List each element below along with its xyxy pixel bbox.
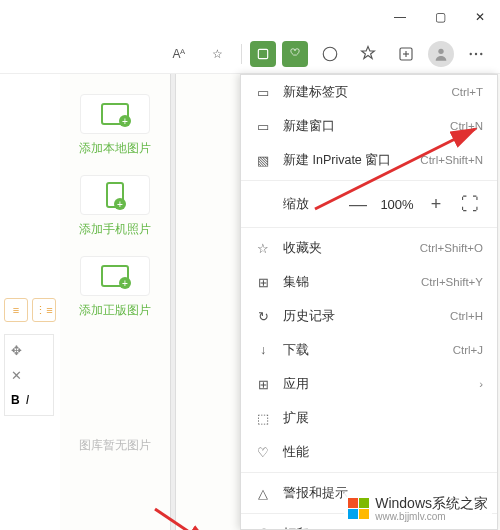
menu-shortcut: Ctrl+H: [450, 310, 483, 322]
upload-stock-image[interactable]: 添加正版图片: [79, 256, 151, 319]
window-titlebar: — ▢ ✕: [0, 0, 500, 34]
watermark-suffix: 系统之家: [432, 495, 488, 511]
zoom-in-button[interactable]: +: [423, 191, 449, 217]
watermark-brand: Windows: [375, 495, 432, 511]
menu-shortcut: Ctrl+Shift+Y: [421, 276, 483, 288]
menu-item-11[interactable]: ⬚扩展: [241, 401, 497, 435]
upload-phone-image[interactable]: 添加手机照片: [79, 175, 151, 238]
performance-icon: ♡: [255, 444, 271, 460]
window-minimize-button[interactable]: —: [380, 0, 420, 34]
ellipsis-icon: [467, 45, 485, 63]
upload-stock-icon: [80, 256, 150, 296]
list-numbered-button[interactable]: ⋮≡: [32, 298, 56, 322]
profile-avatar[interactable]: [428, 41, 454, 67]
star-plus-icon: [359, 45, 377, 63]
more-menu-button[interactable]: [460, 38, 492, 70]
window-close-button[interactable]: ✕: [460, 0, 500, 34]
menu-shortcut: Ctrl+Shift+N: [420, 154, 483, 166]
left-tool-column: ≡ ⋮≡ ✥ ✕ B I: [0, 74, 60, 530]
svg-point-5: [438, 48, 443, 53]
edit-canvas-tools: ✥ ✕ B I: [4, 334, 54, 416]
vertical-divider: [170, 74, 176, 530]
menu-separator: [241, 227, 497, 228]
menu-shortcut: Ctrl+Shift+O: [420, 242, 483, 254]
window-maximize-button[interactable]: ▢: [420, 0, 460, 34]
collections-toolbar-button[interactable]: [390, 38, 422, 70]
menu-shortcut: Ctrl+T: [451, 86, 483, 98]
reading-view-button[interactable]: Aᴬ: [163, 38, 195, 70]
menu-label: 打印: [283, 526, 439, 531]
menu-label: 新建标签页: [283, 84, 439, 101]
zoom-value: 100%: [379, 197, 415, 212]
menu-item-10[interactable]: ⊞应用›: [241, 367, 497, 401]
menu-label: 集锦: [283, 274, 409, 291]
extension-badge-2[interactable]: [282, 41, 308, 67]
favorites-icon: ☆: [255, 240, 271, 256]
fullscreen-button[interactable]: ⛶: [457, 191, 483, 217]
upload-local-label: 添加本地图片: [79, 140, 151, 157]
page-content: ≡ ⋮≡ ✥ ✕ B I 添加本地图片 添加手机照片 添加正版图片 图库暂无图片: [0, 74, 500, 530]
extensions-icon: ⬚: [255, 410, 271, 426]
menu-item-9[interactable]: ↓下载Ctrl+J: [241, 333, 497, 367]
puzzle-icon: [321, 45, 339, 63]
extension-badge-1[interactable]: [250, 41, 276, 67]
menu-separator: [241, 472, 497, 473]
italic-tool[interactable]: I: [26, 393, 29, 407]
menu-label: 应用: [283, 376, 467, 393]
upload-stock-label: 添加正版图片: [79, 302, 151, 319]
svg-point-8: [480, 52, 482, 54]
upload-phone-label: 添加手机照片: [79, 221, 151, 238]
menu-item-0[interactable]: ▭新建标签页Ctrl+T: [241, 75, 497, 109]
svg-point-6: [470, 52, 472, 54]
zoom-row: 缩放—100%+⛶: [241, 184, 497, 224]
upload-phone-icon: [80, 175, 150, 215]
menu-shortcut: ›: [479, 378, 483, 390]
collections-icon: [397, 45, 415, 63]
collections-icon: ⊞: [255, 274, 271, 290]
gallery-empty-text: 图库暂无图片: [79, 437, 151, 454]
menu-item-7[interactable]: ⊞集锦Ctrl+Shift+Y: [241, 265, 497, 299]
menu-label: 下载: [283, 342, 441, 359]
image-upload-panel: 添加本地图片 添加手机照片 添加正版图片 图库暂无图片: [60, 74, 170, 530]
downloads-icon: ↓: [255, 342, 271, 358]
favorite-star-button[interactable]: ☆: [201, 38, 233, 70]
browser-toolbar: Aᴬ ☆: [0, 34, 500, 74]
svg-point-1: [323, 47, 337, 61]
upload-local-image[interactable]: 添加本地图片: [79, 94, 151, 157]
menu-label: 收藏夹: [283, 240, 408, 257]
svg-point-7: [475, 52, 477, 54]
menu-label: 性能: [283, 444, 471, 461]
zoom-out-button[interactable]: —: [345, 191, 371, 217]
browser-more-menu: ▭新建标签页Ctrl+T▭新建窗口Ctrl+N▧新建 InPrivate 窗口C…: [240, 74, 498, 530]
zoom-label: 缩放: [255, 195, 337, 213]
menu-item-12[interactable]: ♡性能: [241, 435, 497, 469]
watermark-url: www.bjjmlv.com: [375, 511, 488, 522]
move-tool[interactable]: ✥: [11, 343, 22, 358]
list-bullets-button[interactable]: ≡: [4, 298, 28, 322]
upload-local-icon: [80, 94, 150, 134]
menu-item-6[interactable]: ☆收藏夹Ctrl+Shift+O: [241, 231, 497, 265]
tab-icon: ▭: [255, 84, 271, 100]
bold-tool[interactable]: B: [11, 393, 20, 407]
inprivate-icon: ▧: [255, 152, 271, 168]
menu-label: 扩展: [283, 410, 471, 427]
extensions-button[interactable]: [314, 38, 346, 70]
windows-logo-icon: [348, 498, 369, 519]
print-icon: ⎙: [255, 526, 271, 530]
alerts-icon: △: [255, 485, 271, 501]
toolbar-separator: [241, 44, 242, 64]
menu-item-2[interactable]: ▧新建 InPrivate 窗口Ctrl+Shift+N: [241, 143, 497, 177]
menu-shortcut: Ctrl+J: [453, 344, 483, 356]
watermark: Windows系统之家 www.bjjmlv.com: [344, 493, 492, 524]
history-icon: ↻: [255, 308, 271, 324]
svg-rect-0: [258, 49, 267, 58]
person-icon: [433, 46, 449, 62]
menu-label: 新建 InPrivate 窗口: [283, 152, 408, 169]
menu-shortcut: Ctrl+N: [450, 120, 483, 132]
delete-tool[interactable]: ✕: [11, 368, 22, 383]
menu-item-1[interactable]: ▭新建窗口Ctrl+N: [241, 109, 497, 143]
menu-item-8[interactable]: ↻历史记录Ctrl+H: [241, 299, 497, 333]
menu-label: 历史记录: [283, 308, 438, 325]
menu-label: 新建窗口: [283, 118, 438, 135]
favorites-toolbar-button[interactable]: [352, 38, 384, 70]
